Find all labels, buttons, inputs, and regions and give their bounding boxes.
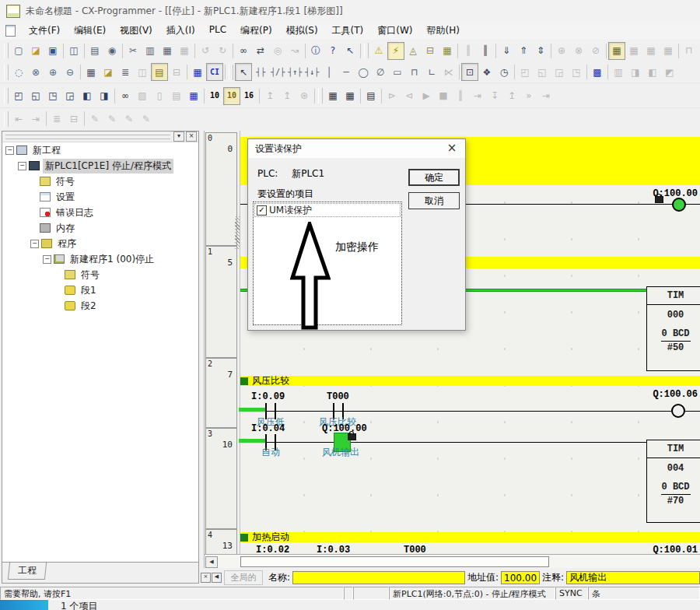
workspace-close-button[interactable]: × [186,131,197,142]
sim-settings-icon[interactable]: ▤ [362,87,380,105]
fb-parameter-icon[interactable]: ∟ [423,63,440,81]
coil-closed-tool-icon[interactable]: ∅ [372,63,389,81]
um-read-protect-checkbox[interactable]: ✓ [257,205,267,216]
sim-run-icon[interactable]: ▶ [418,87,435,105]
rung-4-header[interactable]: 413 [205,529,237,555]
tim2-instruction-block[interactable]: TIM 004 0 BCD #70 [646,440,700,523]
zoom-tool-icon[interactable]: ◌ [10,63,27,81]
window-prev-icon[interactable]: ◧ [79,87,96,105]
tree-item-5[interactable]: 内存 [2,220,198,236]
mode-program-icon[interactable]: ▦ [608,42,625,60]
menu-item-8[interactable]: 窗口(W) [370,22,419,40]
workspace-collapse-button[interactable]: ▾ [173,131,184,142]
comment-input[interactable] [566,571,700,584]
transfer-to-plc-icon[interactable]: ⇓ [498,42,515,60]
online-edit-begin-icon[interactable]: ▥ [610,63,627,81]
mnemonic-view-icon[interactable]: ▯ [151,87,168,105]
ladder-horizontal-scrollbar[interactable]: ◀ [205,554,700,568]
contact-up-icon[interactable]: ┤↑├ [286,63,303,81]
toolbar-grip[interactable] [4,43,9,58]
sim-step-in-icon[interactable]: ↧ [486,87,503,105]
radix-decimal-icon[interactable]: 10 [206,87,223,105]
zoom-in-icon[interactable]: ⊕ [44,63,61,81]
toolbar-grip[interactable] [4,65,9,80]
cross-reference-icon[interactable]: ▨ [134,87,151,105]
force-cancel-icon[interactable]: ⊘ [587,42,604,60]
ci-display-icon[interactable]: CI [206,63,223,81]
radix-signed-decimal-icon[interactable]: 10 [223,87,240,105]
work-online-simulator-icon[interactable]: ⚠ [370,42,387,60]
tree-item-6[interactable]: −程序 [2,236,198,251]
rung0-output-coil[interactable] [672,198,686,212]
sim-stop-icon[interactable]: ■ [435,87,452,105]
tree-item-9[interactable]: 段1 [2,282,198,298]
rung2-output-address[interactable]: Q:100.06 [653,389,698,400]
window-split-icon[interactable]: ◫ [134,63,151,81]
undo-icon[interactable]: ↺ [197,42,214,60]
menu-item-7[interactable]: 工具(T) [325,22,371,40]
rung-annotation-list-icon[interactable]: ≣ [117,63,134,81]
horizontal-line-icon[interactable]: ─ [338,63,355,81]
contact-no-icon[interactable]: ┤├ [252,63,269,81]
workspace-header[interactable]: ▾ × [2,131,198,142]
work-online-icon[interactable]: ⚡ [387,42,404,60]
tree-item-0[interactable]: −新工程 [2,142,198,158]
data-trace-table-icon[interactable]: ▦ [185,87,202,105]
toolbar-grip[interactable] [229,65,233,80]
window-arrange-icon[interactable]: ◲ [61,87,79,105]
tab-project[interactable]: 工程 [8,563,47,580]
rung3-contact1-address[interactable]: I:0.04 [251,423,285,434]
invert-tool-icon[interactable]: ⋉ [440,63,457,81]
window-tile-v-icon[interactable]: ◳ [44,87,61,105]
address-reference-icon[interactable]: ❖ [478,63,495,81]
symbol-bar-close-button[interactable]: × [201,573,211,583]
new-file-icon[interactable]: ▢ [10,42,27,60]
vertical-line-icon[interactable]: │ [320,63,338,81]
um-read-protect-item[interactable]: ✓ UM读保护 [254,203,401,217]
rung-1-header[interactable]: 15 [205,246,237,358]
tree-item-10[interactable]: 段2 [2,298,198,314]
redo-icon[interactable]: ↻ [214,42,231,60]
paste-icon[interactable]: ▦ [159,42,176,60]
online-edit-icon[interactable]: ⊟ [422,42,439,60]
scrollbar-left-arrow[interactable]: ◀ [205,556,218,568]
edit-step-2-icon[interactable]: ◱ [534,63,551,81]
context-help-icon[interactable]: ↖ [341,42,359,60]
select-tool-icon[interactable]: ↖ [235,63,252,81]
online-monitor-icon[interactable]: ▦ [439,42,456,60]
online-edit-ok-icon[interactable]: ◩ [661,63,678,81]
pause-icon[interactable]: ║ [477,42,494,60]
mode-run-icon[interactable]: ▦ [660,42,677,60]
rung2-output-coil[interactable] [671,404,685,418]
open-file-icon[interactable]: ◪ [27,42,44,60]
print-preview-icon[interactable]: ◉ [103,42,121,60]
online-edit-cancel-icon[interactable]: ◧ [644,63,661,81]
watch-window-icon[interactable]: ⊡ [461,63,478,81]
name-input[interactable] [292,571,465,584]
sim-window-1-icon[interactable]: ▦ [324,87,341,105]
toolbar-grip[interactable] [4,88,9,103]
dialog-close-button[interactable]: × [445,141,459,155]
save-file-icon[interactable]: ▣ [44,42,61,60]
edit-step-3-icon[interactable]: ◲ [551,63,568,81]
sim-continuous-run-icon[interactable]: ⊲ [401,87,418,105]
rung-2-header[interactable]: 27 [205,358,237,428]
trace-pen-2-icon[interactable]: ✎ [103,110,121,128]
workspace-grip[interactable] [5,135,170,139]
tree-expander-icon[interactable]: − [43,255,51,264]
function-block-icon[interactable]: ⊓ [406,63,423,81]
ok-button[interactable]: 确定 [408,169,460,186]
cycle-time-icon[interactable]: ◷ [495,63,513,81]
indent-rung-icon[interactable]: ⇥ [27,110,44,128]
sim-step-out-icon[interactable]: ↥ [503,87,520,105]
mdi-child-icon[interactable] [5,25,16,37]
scrollbar-thumb[interactable] [240,556,549,567]
force-set-bit-icon[interactable]: ↥ [261,87,278,105]
taskbar-item[interactable] [0,600,48,610]
tree-expander-icon[interactable]: − [5,146,14,155]
set-value-icon[interactable]: ⊛ [296,87,313,105]
pause-monitor-icon[interactable]: ║ [460,42,477,60]
tree-item-7[interactable]: −新建程序1 (00)停止 [2,251,198,267]
zoom-out-icon[interactable]: ⊖ [61,63,79,81]
symbol-bar-left-button[interactable]: ◀ [212,573,222,583]
